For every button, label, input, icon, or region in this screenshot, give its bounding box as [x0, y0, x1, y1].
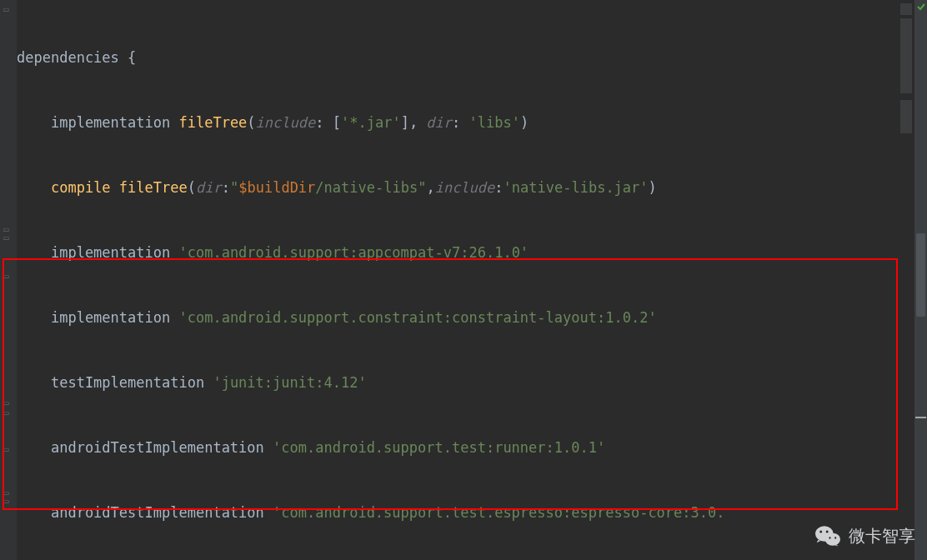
- code-line: androidTestImplementation 'com.android.s…: [17, 502, 900, 523]
- fold-mark-icon[interactable]: ▭: [3, 445, 9, 454]
- fold-mark-icon[interactable]: ▭: [3, 497, 9, 506]
- code-line: compile fileTree(dir:"$buildDir/native-l…: [17, 177, 900, 198]
- wechat-icon: [815, 523, 840, 548]
- inspection-ok-icon[interactable]: [917, 2, 925, 11]
- vertical-scrollbar[interactable]: [914, 0, 927, 560]
- code-line: dependencies {: [17, 47, 900, 68]
- code-editor[interactable]: ▭ ▭ ▭ ▭ ▭ ▭ ▭ ▭ ▭ dependencies { impleme…: [0, 0, 900, 560]
- code-line: implementation 'com.android.support:appc…: [17, 242, 900, 263]
- fold-mark-icon[interactable]: ▭: [3, 233, 9, 242]
- fold-mark-icon[interactable]: ▭: [3, 398, 9, 408]
- fold-mark-icon[interactable]: ▭: [3, 5, 9, 14]
- watermark-text: 微卡智享: [849, 525, 915, 548]
- svg-point-6: [834, 537, 836, 538]
- code-line: implementation fileTree(include: ['*.jar…: [17, 112, 900, 133]
- svg-point-3: [819, 531, 822, 533]
- fold-mark-icon[interactable]: ▭: [3, 408, 9, 418]
- code-line: androidTestImplementation 'com.android.s…: [17, 437, 900, 458]
- code-line: testImplementation 'junit:junit:4.12': [17, 372, 900, 393]
- scrollbar-thumb[interactable]: [916, 233, 925, 317]
- svg-point-5: [829, 537, 830, 538]
- svg-point-1: [825, 533, 840, 546]
- svg-point-4: [826, 531, 829, 533]
- fold-mark-icon[interactable]: ▭: [3, 272, 9, 281]
- watermark: 微卡智享: [815, 523, 915, 548]
- fold-gutter: ▭ ▭ ▭ ▭ ▭ ▭ ▭ ▭ ▭: [0, 0, 17, 560]
- scrollbar-caret-mark: [915, 417, 926, 418]
- code-text[interactable]: dependencies { implementation fileTree(i…: [17, 3, 900, 560]
- minimap[interactable]: [900, 0, 914, 560]
- code-line: implementation 'com.android.support.cons…: [17, 307, 900, 328]
